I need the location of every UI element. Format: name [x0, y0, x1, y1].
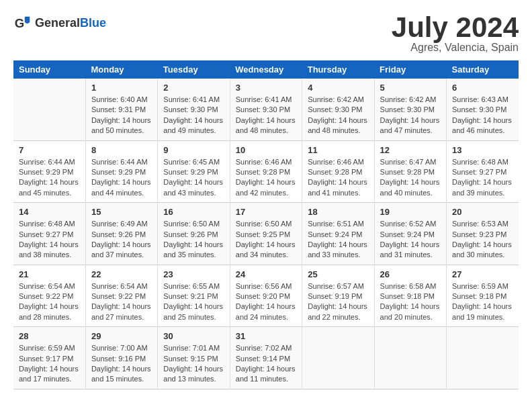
day-info: Sunrise: 6:40 AM Sunset: 9:31 PM Dayligh…	[91, 95, 152, 136]
day-number: 8	[91, 145, 152, 155]
day-info: Sunrise: 6:46 AM Sunset: 9:28 PM Dayligh…	[308, 157, 368, 199]
calendar-table: SundayMondayTuesdayWednesdayThursdayFrid…	[13, 60, 519, 390]
calendar-cell: 25Sunrise: 6:57 AM Sunset: 9:19 PM Dayli…	[302, 265, 374, 327]
day-info: Sunrise: 6:50 AM Sunset: 9:26 PM Dayligh…	[163, 219, 224, 261]
week-row: 1Sunrise: 6:40 AM Sunset: 9:31 PM Daylig…	[13, 79, 519, 140]
day-header-thursday: Thursday	[302, 60, 374, 79]
day-number: 21	[19, 269, 80, 279]
calendar-cell: 24Sunrise: 6:56 AM Sunset: 9:20 PM Dayli…	[230, 265, 302, 327]
day-info: Sunrise: 6:54 AM Sunset: 9:22 PM Dayligh…	[91, 281, 152, 323]
calendar-cell: 13Sunrise: 6:48 AM Sunset: 9:27 PM Dayli…	[447, 140, 519, 203]
day-info: Sunrise: 6:59 AM Sunset: 9:18 PM Dayligh…	[452, 281, 513, 323]
calendar-cell	[374, 327, 446, 390]
week-row: 7Sunrise: 6:44 AM Sunset: 9:29 PM Daylig…	[13, 140, 519, 203]
day-info: Sunrise: 6:59 AM Sunset: 9:17 PM Dayligh…	[19, 343, 80, 385]
day-number: 14	[19, 207, 80, 217]
day-number: 28	[19, 331, 80, 341]
day-number: 23	[163, 269, 224, 279]
calendar-cell: 19Sunrise: 6:52 AM Sunset: 9:24 PM Dayli…	[374, 203, 446, 265]
day-number: 31	[236, 331, 296, 341]
day-number: 29	[91, 331, 152, 341]
day-info: Sunrise: 6:49 AM Sunset: 9:26 PM Dayligh…	[91, 219, 152, 261]
day-info: Sunrise: 7:02 AM Sunset: 9:14 PM Dayligh…	[236, 343, 296, 385]
day-number: 6	[452, 83, 513, 93]
calendar-cell: 9Sunrise: 6:45 AM Sunset: 9:29 PM Daylig…	[158, 140, 230, 203]
day-number: 5	[380, 83, 441, 93]
calendar-cell: 21Sunrise: 6:54 AM Sunset: 9:22 PM Dayli…	[13, 265, 85, 327]
week-row: 28Sunrise: 6:59 AM Sunset: 9:17 PM Dayli…	[13, 327, 519, 390]
calendar-cell: 29Sunrise: 7:00 AM Sunset: 9:16 PM Dayli…	[85, 327, 157, 390]
day-info: Sunrise: 6:54 AM Sunset: 9:22 PM Dayligh…	[19, 281, 80, 323]
calendar-cell: 11Sunrise: 6:46 AM Sunset: 9:28 PM Dayli…	[302, 140, 374, 203]
header-row: SundayMondayTuesdayWednesdayThursdayFrid…	[13, 60, 519, 79]
day-info: Sunrise: 6:48 AM Sunset: 9:27 PM Dayligh…	[19, 219, 80, 261]
day-info: Sunrise: 6:53 AM Sunset: 9:23 PM Dayligh…	[452, 219, 513, 261]
calendar-cell: 31Sunrise: 7:02 AM Sunset: 9:14 PM Dayli…	[230, 327, 302, 390]
calendar-cell: 8Sunrise: 6:44 AM Sunset: 9:29 PM Daylig…	[85, 140, 157, 203]
day-info: Sunrise: 6:45 AM Sunset: 9:29 PM Dayligh…	[163, 157, 224, 199]
day-info: Sunrise: 6:42 AM Sunset: 9:30 PM Dayligh…	[308, 95, 368, 136]
day-number: 20	[452, 207, 513, 217]
day-number: 27	[452, 269, 513, 279]
day-number: 30	[163, 331, 224, 341]
day-number: 25	[308, 269, 368, 279]
location-subtitle: Agres, Valencia, Spain	[392, 42, 519, 54]
day-header-tuesday: Tuesday	[158, 60, 230, 79]
calendar-cell	[13, 79, 85, 140]
week-row: 14Sunrise: 6:48 AM Sunset: 9:27 PM Dayli…	[13, 203, 519, 265]
day-number: 18	[308, 207, 368, 217]
day-info: Sunrise: 7:00 AM Sunset: 9:16 PM Dayligh…	[91, 343, 152, 385]
calendar-cell: 2Sunrise: 6:41 AM Sunset: 9:30 PM Daylig…	[158, 79, 230, 140]
day-info: Sunrise: 6:51 AM Sunset: 9:24 PM Dayligh…	[308, 219, 368, 261]
day-number: 15	[91, 207, 152, 217]
day-header-monday: Monday	[85, 60, 157, 79]
calendar-cell: 12Sunrise: 6:47 AM Sunset: 9:28 PM Dayli…	[374, 140, 446, 203]
calendar-cell: 18Sunrise: 6:51 AM Sunset: 9:24 PM Dayli…	[302, 203, 374, 265]
day-number: 10	[236, 145, 296, 155]
day-info: Sunrise: 6:50 AM Sunset: 9:25 PM Dayligh…	[236, 219, 296, 261]
day-info: Sunrise: 6:46 AM Sunset: 9:28 PM Dayligh…	[236, 157, 296, 199]
calendar-cell: 20Sunrise: 6:53 AM Sunset: 9:23 PM Dayli…	[447, 203, 519, 265]
calendar-cell: 23Sunrise: 6:55 AM Sunset: 9:21 PM Dayli…	[158, 265, 230, 327]
day-info: Sunrise: 6:43 AM Sunset: 9:30 PM Dayligh…	[452, 95, 513, 136]
day-info: Sunrise: 6:52 AM Sunset: 9:24 PM Dayligh…	[380, 219, 441, 261]
calendar-cell: 4Sunrise: 6:42 AM Sunset: 9:30 PM Daylig…	[302, 79, 374, 140]
page-header: G GeneralBlue July 2024 Agres, Valencia,…	[13, 13, 519, 54]
day-number: 17	[236, 207, 296, 217]
day-number: 2	[163, 83, 224, 93]
svg-text:G: G	[15, 16, 25, 30]
day-number: 16	[163, 207, 224, 217]
day-info: Sunrise: 7:01 AM Sunset: 9:15 PM Dayligh…	[163, 343, 224, 385]
day-number: 19	[380, 207, 441, 217]
calendar-cell: 5Sunrise: 6:42 AM Sunset: 9:30 PM Daylig…	[374, 79, 446, 140]
day-info: Sunrise: 6:48 AM Sunset: 9:27 PM Dayligh…	[452, 157, 513, 199]
week-row: 21Sunrise: 6:54 AM Sunset: 9:22 PM Dayli…	[13, 265, 519, 327]
calendar-cell: 14Sunrise: 6:48 AM Sunset: 9:27 PM Dayli…	[13, 203, 85, 265]
calendar-cell: 27Sunrise: 6:59 AM Sunset: 9:18 PM Dayli…	[447, 265, 519, 327]
day-number: 12	[380, 145, 441, 155]
day-info: Sunrise: 6:41 AM Sunset: 9:30 PM Dayligh…	[163, 95, 224, 136]
day-number: 4	[308, 83, 368, 93]
day-number: 26	[380, 269, 441, 279]
calendar-cell: 3Sunrise: 6:41 AM Sunset: 9:30 PM Daylig…	[230, 79, 302, 140]
day-header-sunday: Sunday	[13, 60, 85, 79]
day-number: 24	[236, 269, 296, 279]
day-header-wednesday: Wednesday	[230, 60, 302, 79]
month-year-title: July 2024	[392, 13, 519, 42]
logo-blue: Blue	[80, 16, 106, 30]
calendar-cell: 6Sunrise: 6:43 AM Sunset: 9:30 PM Daylig…	[447, 79, 519, 140]
calendar-cell: 17Sunrise: 6:50 AM Sunset: 9:25 PM Dayli…	[230, 203, 302, 265]
calendar-cell: 26Sunrise: 6:58 AM Sunset: 9:18 PM Dayli…	[374, 265, 446, 327]
title-area: July 2024 Agres, Valencia, Spain	[392, 13, 519, 54]
day-number: 1	[91, 83, 152, 93]
calendar-cell: 22Sunrise: 6:54 AM Sunset: 9:22 PM Dayli…	[85, 265, 157, 327]
logo-text: GeneralBlue	[35, 16, 106, 30]
logo: G GeneralBlue	[13, 13, 106, 32]
day-number: 3	[236, 83, 296, 93]
calendar-cell: 10Sunrise: 6:46 AM Sunset: 9:28 PM Dayli…	[230, 140, 302, 203]
day-info: Sunrise: 6:57 AM Sunset: 9:19 PM Dayligh…	[308, 281, 368, 323]
day-number: 11	[308, 145, 368, 155]
calendar-cell: 28Sunrise: 6:59 AM Sunset: 9:17 PM Dayli…	[13, 327, 85, 390]
day-info: Sunrise: 6:58 AM Sunset: 9:18 PM Dayligh…	[380, 281, 441, 323]
calendar-cell	[447, 327, 519, 390]
